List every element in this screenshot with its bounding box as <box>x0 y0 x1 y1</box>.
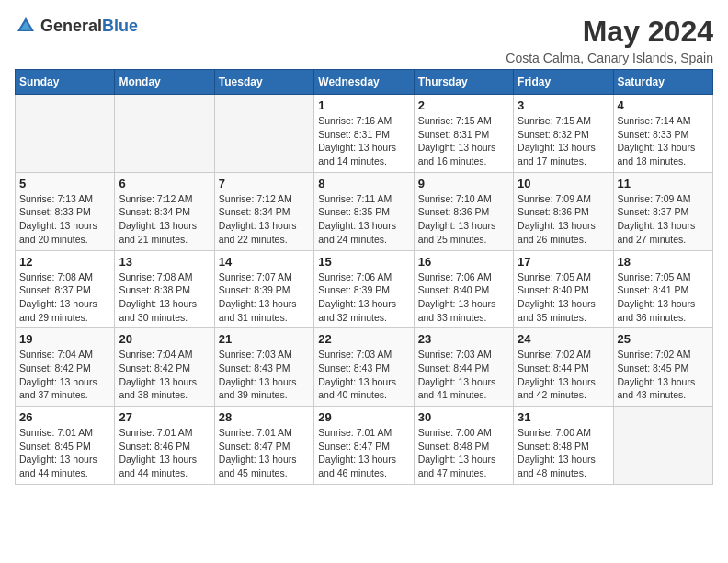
calendar-cell: 28Sunrise: 7:01 AM Sunset: 8:47 PM Dayli… <box>214 407 313 485</box>
calendar-cell: 20Sunrise: 7:04 AM Sunset: 8:42 PM Dayli… <box>115 328 214 407</box>
day-number: 24 <box>518 332 609 346</box>
calendar-cell: 27Sunrise: 7:01 AM Sunset: 8:46 PM Dayli… <box>115 407 214 485</box>
day-number: 20 <box>119 332 210 346</box>
day-number: 22 <box>318 332 409 346</box>
day-number: 31 <box>518 410 609 424</box>
day-number: 14 <box>219 255 310 269</box>
header-day-wednesday: Wednesday <box>314 70 414 95</box>
header-day-saturday: Saturday <box>613 70 712 95</box>
header-day-tuesday: Tuesday <box>214 70 313 95</box>
calendar-table: SundayMondayTuesdayWednesdayThursdayFrid… <box>15 69 713 485</box>
calendar-cell: 21Sunrise: 7:03 AM Sunset: 8:43 PM Dayli… <box>214 328 313 407</box>
calendar-cell: 10Sunrise: 7:09 AM Sunset: 8:36 PM Dayli… <box>514 172 613 250</box>
calendar-cell: 16Sunrise: 7:06 AM Sunset: 8:40 PM Dayli… <box>414 250 513 328</box>
page-header: GeneralBlue May 2024 Costa Calma, Canary… <box>15 15 713 65</box>
logo-icon <box>15 15 37 37</box>
day-number: 12 <box>19 255 110 269</box>
header-row: SundayMondayTuesdayWednesdayThursdayFrid… <box>16 70 713 95</box>
title-block: May 2024 Costa Calma, Canary Islands, Sp… <box>506 15 713 65</box>
calendar-cell: 13Sunrise: 7:08 AM Sunset: 8:38 PM Dayli… <box>115 250 214 328</box>
day-number: 9 <box>418 177 509 190</box>
day-info: Sunrise: 7:01 AM Sunset: 8:47 PM Dayligh… <box>318 426 409 480</box>
calendar-cell: 12Sunrise: 7:08 AM Sunset: 8:37 PM Dayli… <box>16 250 115 328</box>
calendar-cell: 8Sunrise: 7:11 AM Sunset: 8:35 PM Daylig… <box>314 172 414 250</box>
calendar-cell: 25Sunrise: 7:02 AM Sunset: 8:45 PM Dayli… <box>613 328 712 407</box>
calendar-cell: 1Sunrise: 7:16 AM Sunset: 8:31 PM Daylig… <box>314 95 414 173</box>
day-info: Sunrise: 7:14 AM Sunset: 8:33 PM Dayligh… <box>618 114 709 168</box>
calendar-cell: 5Sunrise: 7:13 AM Sunset: 8:33 PM Daylig… <box>16 172 115 250</box>
calendar-cell: 22Sunrise: 7:03 AM Sunset: 8:43 PM Dayli… <box>314 328 414 407</box>
calendar-cell: 4Sunrise: 7:14 AM Sunset: 8:33 PM Daylig… <box>613 95 712 173</box>
day-info: Sunrise: 7:08 AM Sunset: 8:37 PM Dayligh… <box>19 270 110 325</box>
day-number: 2 <box>418 98 509 112</box>
day-info: Sunrise: 7:03 AM Sunset: 8:44 PM Dayligh… <box>418 348 509 402</box>
day-info: Sunrise: 7:04 AM Sunset: 8:42 PM Dayligh… <box>19 348 110 402</box>
calendar-cell: 11Sunrise: 7:09 AM Sunset: 8:37 PM Dayli… <box>613 172 712 250</box>
calendar-cell: 2Sunrise: 7:15 AM Sunset: 8:31 PM Daylig… <box>414 95 513 173</box>
day-info: Sunrise: 7:06 AM Sunset: 8:40 PM Dayligh… <box>418 270 509 325</box>
day-info: Sunrise: 7:13 AM Sunset: 8:33 PM Dayligh… <box>19 192 110 247</box>
day-info: Sunrise: 7:05 AM Sunset: 8:41 PM Dayligh… <box>618 270 709 325</box>
calendar-cell: 17Sunrise: 7:05 AM Sunset: 8:40 PM Dayli… <box>514 250 613 328</box>
calendar-cell: 29Sunrise: 7:01 AM Sunset: 8:47 PM Dayli… <box>314 407 414 485</box>
logo-text-general: General <box>40 17 102 35</box>
day-number: 6 <box>119 177 210 190</box>
calendar-cell: 9Sunrise: 7:10 AM Sunset: 8:36 PM Daylig… <box>414 172 513 250</box>
day-number: 3 <box>518 98 609 112</box>
day-number: 4 <box>618 98 709 112</box>
calendar-cell: 24Sunrise: 7:02 AM Sunset: 8:44 PM Dayli… <box>514 328 613 407</box>
day-number: 15 <box>318 255 409 269</box>
day-number: 8 <box>318 177 409 190</box>
day-info: Sunrise: 7:16 AM Sunset: 8:31 PM Dayligh… <box>318 114 409 168</box>
day-number: 11 <box>618 177 709 190</box>
header-day-sunday: Sunday <box>16 70 115 95</box>
day-number: 13 <box>119 255 210 269</box>
calendar-cell: 14Sunrise: 7:07 AM Sunset: 8:39 PM Dayli… <box>214 250 313 328</box>
day-info: Sunrise: 7:10 AM Sunset: 8:36 PM Dayligh… <box>418 192 509 247</box>
day-number: 18 <box>618 255 709 269</box>
calendar-cell: 23Sunrise: 7:03 AM Sunset: 8:44 PM Dayli… <box>414 328 513 407</box>
day-info: Sunrise: 7:12 AM Sunset: 8:34 PM Dayligh… <box>219 192 310 247</box>
calendar-cell: 7Sunrise: 7:12 AM Sunset: 8:34 PM Daylig… <box>214 172 313 250</box>
calendar-cell: 18Sunrise: 7:05 AM Sunset: 8:41 PM Dayli… <box>613 250 712 328</box>
subtitle: Costa Calma, Canary Islands, Spain <box>506 51 713 65</box>
day-number: 5 <box>19 177 110 190</box>
calendar-cell: 6Sunrise: 7:12 AM Sunset: 8:34 PM Daylig… <box>115 172 214 250</box>
week-row-4: 19Sunrise: 7:04 AM Sunset: 8:42 PM Dayli… <box>16 328 713 407</box>
day-info: Sunrise: 7:09 AM Sunset: 8:36 PM Dayligh… <box>518 192 609 247</box>
header-day-friday: Friday <box>514 70 613 95</box>
header-day-monday: Monday <box>115 70 214 95</box>
header-day-thursday: Thursday <box>414 70 513 95</box>
day-number: 19 <box>19 332 110 346</box>
day-info: Sunrise: 7:11 AM Sunset: 8:35 PM Dayligh… <box>318 192 409 247</box>
day-info: Sunrise: 7:03 AM Sunset: 8:43 PM Dayligh… <box>318 348 409 402</box>
day-info: Sunrise: 7:15 AM Sunset: 8:31 PM Dayligh… <box>418 114 509 168</box>
day-number: 30 <box>418 410 509 424</box>
day-number: 10 <box>518 177 609 190</box>
calendar-cell <box>613 407 712 485</box>
day-number: 26 <box>19 410 110 424</box>
day-number: 1 <box>318 98 409 112</box>
day-info: Sunrise: 7:01 AM Sunset: 8:45 PM Dayligh… <box>19 426 110 480</box>
calendar-cell <box>214 95 313 173</box>
day-info: Sunrise: 7:00 AM Sunset: 8:48 PM Dayligh… <box>518 426 609 480</box>
day-number: 16 <box>418 255 509 269</box>
day-info: Sunrise: 7:07 AM Sunset: 8:39 PM Dayligh… <box>219 270 310 325</box>
day-number: 21 <box>219 332 310 346</box>
logo: GeneralBlue <box>15 15 138 37</box>
day-info: Sunrise: 7:00 AM Sunset: 8:48 PM Dayligh… <box>418 426 509 480</box>
day-number: 17 <box>518 255 609 269</box>
day-number: 25 <box>618 332 709 346</box>
day-number: 7 <box>219 177 310 190</box>
calendar-cell: 3Sunrise: 7:15 AM Sunset: 8:32 PM Daylig… <box>514 95 613 173</box>
day-info: Sunrise: 7:01 AM Sunset: 8:46 PM Dayligh… <box>119 426 210 480</box>
day-number: 28 <box>219 410 310 424</box>
week-row-3: 12Sunrise: 7:08 AM Sunset: 8:37 PM Dayli… <box>16 250 713 328</box>
calendar-header: SundayMondayTuesdayWednesdayThursdayFrid… <box>16 70 713 95</box>
day-number: 23 <box>418 332 509 346</box>
calendar-cell: 30Sunrise: 7:00 AM Sunset: 8:48 PM Dayli… <box>414 407 513 485</box>
calendar-cell <box>115 95 214 173</box>
day-info: Sunrise: 7:01 AM Sunset: 8:47 PM Dayligh… <box>219 426 310 480</box>
calendar-cell: 26Sunrise: 7:01 AM Sunset: 8:45 PM Dayli… <box>16 407 115 485</box>
main-title: May 2024 <box>506 15 713 49</box>
